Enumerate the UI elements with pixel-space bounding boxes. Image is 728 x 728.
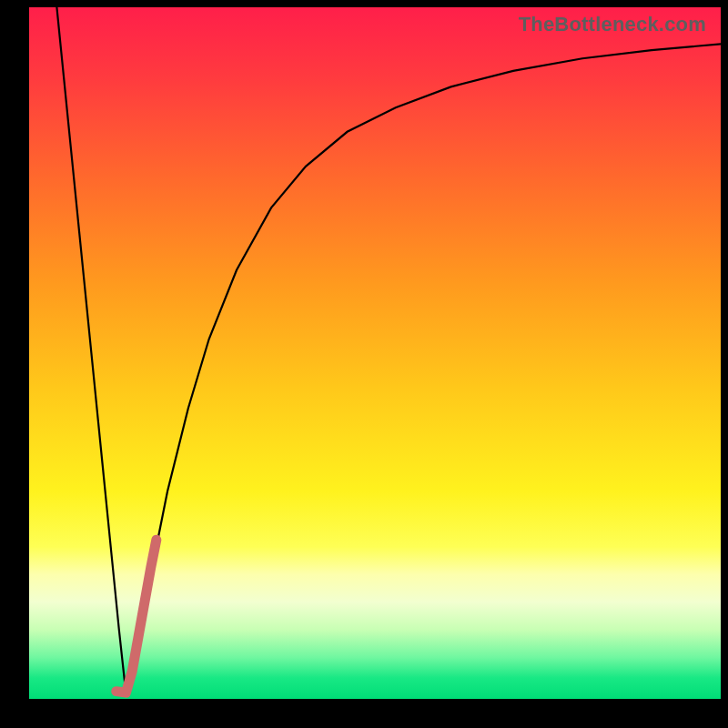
series-highlight-segment [116, 540, 157, 693]
curve-layer [29, 7, 721, 699]
plot-area: TheBottleneck.com [29, 7, 721, 699]
series-right-branch [126, 44, 721, 693]
series-left-branch [56, 7, 126, 693]
watermark-label: TheBottleneck.com [519, 13, 706, 36]
chart-frame: TheBottleneck.com [0, 0, 728, 728]
